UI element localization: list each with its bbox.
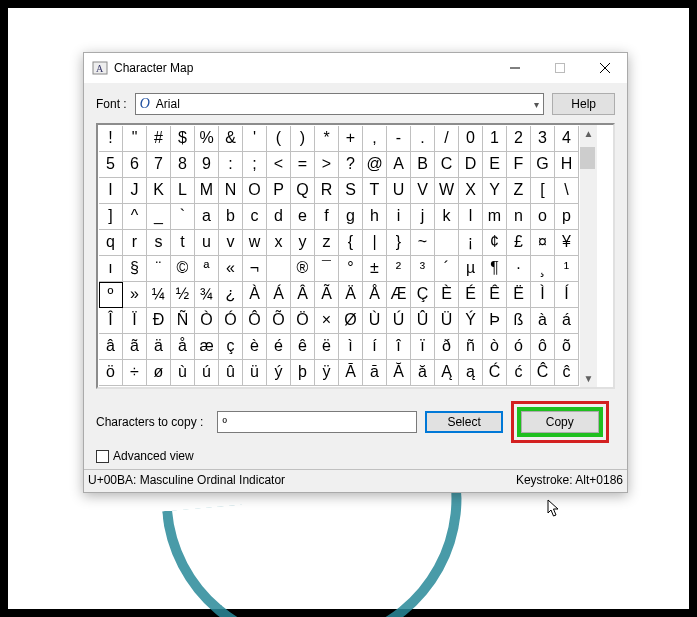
- char-cell[interactable]: o: [531, 204, 555, 230]
- char-cell[interactable]: ¿: [219, 282, 243, 308]
- char-cell[interactable]: ²: [387, 256, 411, 282]
- char-cell[interactable]: c: [243, 204, 267, 230]
- char-cell[interactable]: V: [411, 178, 435, 204]
- char-cell[interactable]: ð: [435, 334, 459, 360]
- char-cell[interactable]: /: [435, 126, 459, 152]
- char-cell[interactable]: ¬: [243, 256, 267, 282]
- char-cell[interactable]: `: [171, 204, 195, 230]
- char-cell[interactable]: i: [387, 204, 411, 230]
- char-cell[interactable]: _: [147, 204, 171, 230]
- char-cell[interactable]: Þ: [483, 308, 507, 334]
- char-cell[interactable]: ª: [195, 256, 219, 282]
- char-cell[interactable]: ³: [411, 256, 435, 282]
- select-button[interactable]: Select: [425, 411, 502, 433]
- char-cell[interactable]: h: [363, 204, 387, 230]
- char-cell[interactable]: ù: [171, 360, 195, 386]
- char-cell[interactable]: ã: [123, 334, 147, 360]
- char-cell[interactable]: 2: [507, 126, 531, 152]
- char-cell[interactable]: Ê: [483, 282, 507, 308]
- char-cell[interactable]: é: [267, 334, 291, 360]
- help-button[interactable]: Help: [552, 93, 615, 115]
- characters-to-copy-input[interactable]: º: [217, 411, 417, 433]
- char-cell[interactable]: Ĉ: [531, 360, 555, 386]
- char-cell[interactable]: ô: [531, 334, 555, 360]
- char-cell[interactable]: â: [99, 334, 123, 360]
- char-cell[interactable]: ­: [267, 256, 291, 282]
- char-cell[interactable]: í: [363, 334, 387, 360]
- char-cell[interactable]: «: [219, 256, 243, 282]
- char-cell[interactable]: ¾: [195, 282, 219, 308]
- char-cell[interactable]: þ: [291, 360, 315, 386]
- char-cell[interactable]: ¼: [147, 282, 171, 308]
- char-cell[interactable]: ý: [267, 360, 291, 386]
- char-cell[interactable]: ä: [147, 334, 171, 360]
- char-cell[interactable]: 4: [555, 126, 579, 152]
- char-cell[interactable]: ~: [411, 230, 435, 256]
- char-cell[interactable]: æ: [195, 334, 219, 360]
- char-cell[interactable]: ó: [507, 334, 531, 360]
- scrollbar[interactable]: ▲ ▼: [580, 125, 597, 387]
- char-cell[interactable]: Å: [363, 282, 387, 308]
- char-cell[interactable]: p: [555, 204, 579, 230]
- char-cell[interactable]: ò: [483, 334, 507, 360]
- char-cell[interactable]: 9: [195, 152, 219, 178]
- char-cell[interactable]: ¥: [555, 230, 579, 256]
- char-cell[interactable]: b: [219, 204, 243, 230]
- char-cell[interactable]: r: [123, 230, 147, 256]
- char-cell[interactable]: ¢: [483, 230, 507, 256]
- char-cell[interactable]: :: [219, 152, 243, 178]
- char-cell[interactable]: À: [243, 282, 267, 308]
- char-cell[interactable]: F: [507, 152, 531, 178]
- char-cell[interactable]: W: [435, 178, 459, 204]
- char-cell[interactable]: ö: [99, 360, 123, 386]
- char-cell[interactable]: Đ: [147, 308, 171, 334]
- char-cell[interactable]: Ú: [387, 308, 411, 334]
- char-cell[interactable]: n: [507, 204, 531, 230]
- char-cell[interactable]: q: [99, 230, 123, 256]
- char-cell[interactable]: B: [411, 152, 435, 178]
- char-cell[interactable]: û: [219, 360, 243, 386]
- char-cell[interactable]: ®: [291, 256, 315, 282]
- char-cell[interactable]: ;: [243, 152, 267, 178]
- char-cell[interactable]: Ć: [483, 360, 507, 386]
- char-cell[interactable]: l: [459, 204, 483, 230]
- char-cell[interactable]: ¶: [483, 256, 507, 282]
- char-cell[interactable]: Ô: [243, 308, 267, 334]
- char-cell[interactable]: Q: [291, 178, 315, 204]
- char-cell[interactable]: î: [387, 334, 411, 360]
- char-cell[interactable]: ´: [435, 256, 459, 282]
- char-cell[interactable]: ¸: [531, 256, 555, 282]
- char-cell[interactable]: ü: [243, 360, 267, 386]
- char-cell[interactable]: §: [123, 256, 147, 282]
- char-cell[interactable]: ø: [147, 360, 171, 386]
- char-cell[interactable]: y: [291, 230, 315, 256]
- char-cell[interactable]: ¤: [531, 230, 555, 256]
- char-cell[interactable]: @: [363, 152, 387, 178]
- char-cell[interactable]: z: [315, 230, 339, 256]
- char-cell[interactable]: 1: [483, 126, 507, 152]
- char-cell[interactable]: Â: [291, 282, 315, 308]
- char-cell[interactable]: ©: [171, 256, 195, 282]
- char-cell[interactable]: °: [339, 256, 363, 282]
- char-cell[interactable]: Á: [267, 282, 291, 308]
- char-cell[interactable]: j: [411, 204, 435, 230]
- char-cell[interactable]: Û: [411, 308, 435, 334]
- char-cell[interactable]: 0: [459, 126, 483, 152]
- char-cell[interactable]: &: [219, 126, 243, 152]
- char-cell[interactable]: ú: [195, 360, 219, 386]
- char-cell[interactable]: e: [291, 204, 315, 230]
- char-cell[interactable]: [: [531, 178, 555, 204]
- char-cell[interactable]: È: [435, 282, 459, 308]
- char-cell[interactable]: ¯: [315, 256, 339, 282]
- char-cell[interactable]: µ: [459, 256, 483, 282]
- char-cell[interactable]: ß: [507, 308, 531, 334]
- char-cell[interactable]: Ç: [411, 282, 435, 308]
- char-cell[interactable]: ê: [291, 334, 315, 360]
- char-cell[interactable]: ×: [315, 308, 339, 334]
- char-cell[interactable]: ì: [339, 334, 363, 360]
- char-cell[interactable]: .: [411, 126, 435, 152]
- char-cell[interactable]: k: [435, 204, 459, 230]
- char-cell[interactable]: u: [195, 230, 219, 256]
- char-cell[interactable]: J: [123, 178, 147, 204]
- char-cell[interactable]: Í: [555, 282, 579, 308]
